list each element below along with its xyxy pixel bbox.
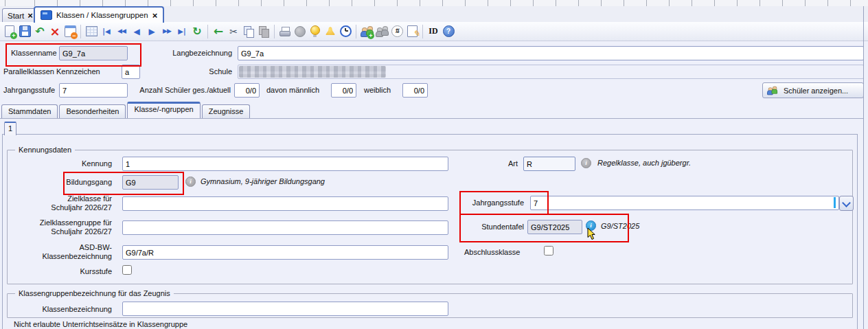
tab-klasse-ngruppen[interactable]: Klasse/-ngruppen [127,102,200,118]
davon-maennlich-label: davon männlich [266,85,319,95]
toolbar-separator [356,25,356,38]
nav-first-icon[interactable]: |◀ [99,24,114,39]
art-input[interactable] [523,157,575,171]
cut-icon[interactable]: ✂ [226,24,241,39]
tab-start-close-icon[interactable]: × [27,12,33,19]
kennungsdaten-legend: Kennungsdaten [15,145,75,155]
tab-klassen-label: Klassen / Klassengruppen [56,11,148,19]
weiblich-label: weiblich [364,85,391,95]
davon-maennlich-input[interactable] [331,83,356,98]
tab-klassen-klassengruppen[interactable]: Klassen / Klassengruppen × [34,6,164,23]
print-icon[interactable] [277,24,293,39]
chevron-down-icon [842,198,851,207]
students-disabled-icon[interactable] [374,24,389,39]
remove-record-icon[interactable]: − [62,24,78,39]
tab-start-label: Start [8,12,24,20]
asv-klassen-window: Start × Klassen / Klassengruppen × +↶×−|… [0,0,868,329]
export-disc-icon[interactable] [293,24,308,39]
zielklassengruppe-label-line2: Schuljahr 2026/27 [5,227,112,236]
abschlussklasse-label: Abschlussklasse [464,247,520,257]
tab-zeugnisse[interactable]: Zeugnisse [202,104,251,118]
tab-besonderheiten[interactable]: Besonderheiten [59,104,126,118]
refresh-icon[interactable]: ↻ [190,24,205,39]
jahrgangsstufe-input[interactable] [59,83,128,98]
weiblich-input[interactable] [402,83,428,98]
jahrgangsstufe2-combobox[interactable] [530,196,839,210]
klassenbezeichnung-input[interactable] [122,302,448,316]
zielklasse-label-line1: Zielklasse für [5,194,112,203]
kursstufe-label: Kursstufe [5,266,112,276]
edit-note-icon[interactable] [404,24,420,39]
anzahl-schueler-input[interactable] [234,83,260,98]
kennung-input[interactable] [122,157,448,171]
art-hint: Regelklasse, auch jgübergr. [597,159,691,167]
tab-stammdaten[interactable]: Stammdaten [1,104,58,118]
document-tab-bar: Start × Klassen / Klassengruppen × [0,6,868,23]
nav-next-icon[interactable]: ▶ [144,24,159,39]
section-tab-bar: StammdatenBesonderheitenKlasse/-ngruppen… [1,104,250,118]
art-label: Art [439,159,518,168]
nav-last-icon[interactable]: ▶| [174,24,190,39]
schueler-anzeigen-label: Schüler anzeigen... [784,87,848,95]
bildungsgang-hint: Gymnasium, 9-jähriger Bildungsgang [201,177,325,185]
nav-rewind-icon[interactable]: ◀◀ [114,24,129,39]
toolbar-separator [80,25,81,38]
back-icon[interactable]: ← [211,24,226,39]
mouse-cursor-icon [586,227,596,240]
art-info-icon: i [581,158,591,168]
langbezeichnung-label: Langbezeichnung [110,48,232,58]
undo-icon[interactable]: ↶ [32,24,47,39]
swap-sort-icon[interactable]: ⇅ [389,24,404,39]
asd-bw-input[interactable] [122,245,448,260]
id-label-icon[interactable]: ID [426,24,441,39]
zielklassengruppe-label-line1: Zielklassengruppe für [5,218,112,227]
add-student-icon[interactable]: + [359,24,374,39]
parallelklassen-label: Parallelklassen Kennzeichen [3,67,100,76]
table-view-icon[interactable] [84,24,99,39]
schule-redaction-blur [239,66,386,78]
paste-icon[interactable] [256,24,271,39]
jahrgangsstufe2-label: Jahrgangsstufe [439,198,524,207]
kursstufe-checkbox[interactable] [122,265,132,275]
tab-start[interactable]: Start × [2,8,38,22]
save-icon[interactable] [17,24,32,39]
stundentafel-label: Stundentafel [439,222,524,231]
jahrgangsstufe2-dropdown-button[interactable] [839,196,854,211]
klassenname-label: Klassenname [11,48,57,58]
kennung-label: Kennung [5,159,112,168]
stundentafel-input[interactable] [527,220,582,234]
nav-forward-icon[interactable]: ▶▶ [159,24,174,39]
zeugnis-legend: Klassengruppenbezeichnung für das Zeugni… [15,288,174,298]
form-window-icon [41,10,52,20]
schule-label: Schule [110,67,232,76]
group-tab-1[interactable]: 1 [4,122,16,135]
delete-icon[interactable]: × [47,24,62,39]
jahrgangsstufe-label: Jahrgangsstufe [3,85,55,95]
schueler-anzeigen-button[interactable]: Schüler anzeigen... [762,82,864,98]
zielklasse-label-line2: Schuljahr 2026/27 [5,203,112,212]
tab-klassen-close-icon[interactable]: × [152,12,158,19]
help-icon[interactable]: ? [441,24,456,39]
bildungsgang-input[interactable] [122,175,179,190]
bildungsgang-info-icon: i [185,177,196,187]
toolbar-separator [274,25,275,38]
students-icon [767,86,777,95]
notification-bell-icon[interactable] [323,24,338,39]
toolbar-separator [207,25,208,38]
hint-bulb-icon[interactable] [308,24,323,39]
reminder-clock-icon[interactable] [338,24,353,39]
anzahl-schueler-label: Anzahl Schüler ges./aktuell [135,85,231,95]
klassenbezeichnung-label: Klassenbezeichnung [5,304,112,314]
nav-previous-icon[interactable]: ◀ [129,24,144,39]
zielklassengruppe-input[interactable] [122,220,448,235]
toolbar-separator [422,25,423,38]
window-right-edge [863,6,864,329]
stundentafel-hint: G9/ST2025 [601,222,639,230]
zielklasse-input[interactable] [122,196,448,211]
copy-icon[interactable] [241,24,256,39]
langbezeichnung-input[interactable] [238,46,864,60]
new-record-icon[interactable]: + [2,24,17,39]
abschlussklasse-checkbox[interactable] [544,246,553,256]
asd-bw-label-line2: Klassenbezeichnung [5,251,112,261]
text-caret [834,197,836,208]
